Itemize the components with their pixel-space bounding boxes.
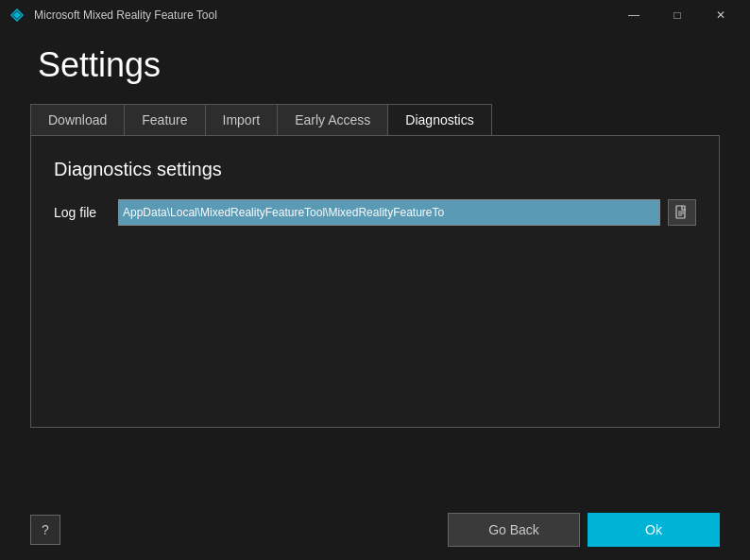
log-file-label: Log file xyxy=(54,205,111,220)
main-content: Settings Download Feature Import Early A… xyxy=(0,30,750,443)
panel-title: Diagnostics settings xyxy=(54,159,696,180)
log-file-input[interactable] xyxy=(118,199,660,226)
ok-button[interactable]: Ok xyxy=(588,513,720,547)
window-title: Microsoft Mixed Reality Feature Tool xyxy=(34,8,612,22)
tab-download[interactable]: Download xyxy=(30,104,125,135)
window-controls: — □ ✕ xyxy=(612,0,742,30)
bottom-bar: ? Go Back Ok xyxy=(0,500,750,560)
close-button[interactable]: ✕ xyxy=(699,0,742,30)
page-title: Settings xyxy=(38,45,720,85)
log-file-browse-button[interactable] xyxy=(668,199,696,226)
maximize-button[interactable]: □ xyxy=(656,0,699,30)
minimize-button[interactable]: — xyxy=(612,0,656,30)
diagnostics-panel: Diagnostics settings Log file xyxy=(30,135,720,428)
tab-import[interactable]: Import xyxy=(205,104,279,135)
tab-diagnostics[interactable]: Diagnostics xyxy=(387,104,491,135)
app-icon xyxy=(8,6,26,25)
tab-bar: Download Feature Import Early Access Dia… xyxy=(30,104,720,135)
tab-early-access[interactable]: Early Access xyxy=(277,104,388,135)
log-file-row: Log file xyxy=(54,199,696,226)
help-button[interactable]: ? xyxy=(30,515,60,545)
title-bar: Microsoft Mixed Reality Feature Tool — □… xyxy=(0,0,750,30)
tab-feature[interactable]: Feature xyxy=(124,104,205,135)
browse-file-icon xyxy=(674,205,690,220)
go-back-button[interactable]: Go Back xyxy=(448,513,580,547)
